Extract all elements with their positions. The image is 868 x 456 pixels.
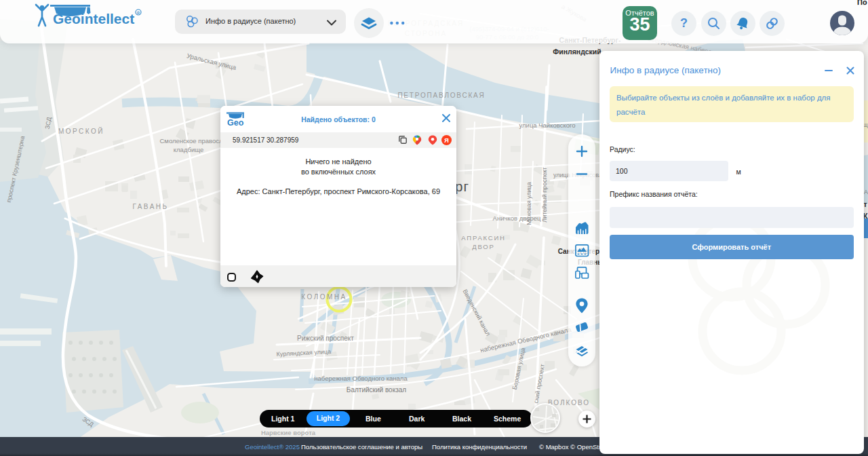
svg-text:Смоленское правосл: Смоленское правосл <box>160 137 223 145</box>
svg-text:улица Чайковского: улица Чайковского <box>519 121 576 129</box>
svg-text:ГАВАНЬ: ГАВАНЬ <box>132 203 168 210</box>
svg-text:ДВОР: ДВОР <box>472 243 494 250</box>
svg-text:Geointellect: Geointellect <box>53 11 134 26</box>
svg-text:ВОЛКОВО: ВОЛКОВО <box>548 399 590 406</box>
svg-text:Нарвские ворота: Нарвские ворота <box>261 429 316 436</box>
svg-text:Рижский проспект: Рижский проспект <box>297 335 354 342</box>
svg-text:кладбище: кладбище <box>174 146 203 153</box>
svg-text:Литейный проспект: Литейный проспект <box>541 167 548 222</box>
svg-text:Финляндский: Финляндский <box>553 48 601 56</box>
svg-text:Балтийский вокзал: Балтийский вокзал <box>347 386 406 394</box>
svg-text:ПЕТРОПАВЛОВСКАЯ: ПЕТРОПАВЛОВСКАЯ <box>397 92 485 99</box>
svg-text:набережная Обводного канала: набережная Обводного канала <box>314 375 408 382</box>
svg-text:Аничков дворец: Аничков дворец <box>493 214 541 222</box>
svg-text:АПРАКСИН: АПРАКСИН <box>461 234 505 242</box>
svg-text:R: R <box>137 11 140 15</box>
svg-text:МОРСКОЙ: МОРСКОЙ <box>58 127 104 135</box>
svg-text:КОЛОМНА: КОЛОМНА <box>301 293 347 301</box>
svg-text:Я: Я <box>444 136 449 144</box>
